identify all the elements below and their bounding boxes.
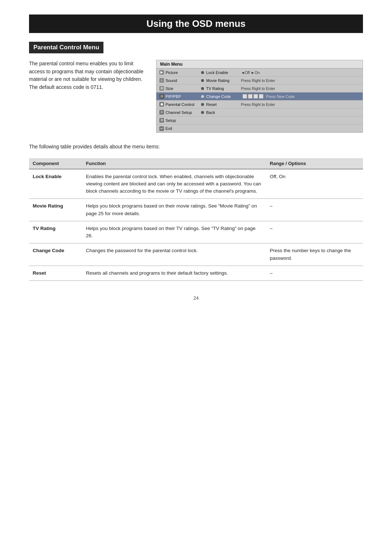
table-row: Lock Enable Enables the parental control… [29, 169, 363, 199]
osd-right-parental: Press Right to Enter [241, 102, 360, 107]
table-row: Change Code Changes the password for the… [29, 243, 363, 266]
component-change-code: Change Code [29, 243, 82, 266]
osd-left-pip: ⊟ PIP/PBP [159, 94, 201, 99]
osd-mid-pip: Change Code [201, 94, 241, 99]
osd-menu-rows: ▶ Picture Lock Enable ◄Off ►On ♪ Sound M… [156, 69, 363, 132]
col-header-function: Function [82, 158, 266, 169]
range-tv-rating: – [266, 221, 363, 243]
osd-row-channel: ≡ Channel Setup Back [156, 108, 363, 116]
picture-icon: ▶ [159, 70, 164, 75]
parental-option: Reset [206, 102, 217, 107]
range-reset: – [266, 266, 363, 280]
col-header-component: Component [29, 158, 82, 169]
component-tv-rating: TV Rating [29, 221, 82, 243]
code-box-4 [259, 94, 264, 99]
component-movie-rating: Movie Rating [29, 199, 82, 221]
parental-icon: ◼ [159, 102, 164, 107]
osd-row-exit: ↩ Exit [156, 124, 363, 132]
function-movie-rating: Helps you block programs based on their … [82, 199, 266, 221]
range-lock-enable: Off, On [266, 169, 363, 199]
table-row: Movie Rating Helps you block programs ba… [29, 199, 363, 221]
osd-left-exit: ↩ Exit [159, 126, 201, 131]
size-label: Size [166, 86, 173, 91]
osd-mid-picture: Lock Enable [201, 70, 241, 75]
parental-label: Parental Control [166, 102, 195, 107]
osd-left-channel: ≡ Channel Setup [159, 110, 201, 115]
col-header-range: Range / Options [266, 158, 363, 169]
pip-option: Change Code [206, 94, 231, 99]
sound-label: Sound [166, 78, 177, 83]
bullet-icon [201, 111, 204, 114]
osd-row-sound: ♪ Sound Movie Rating Press Right to Ente… [156, 77, 363, 85]
code-box-3 [253, 94, 258, 99]
following-text: The following table provides details abo… [29, 143, 363, 151]
size-icon: ⊞ [159, 86, 164, 91]
range-change-code: Press the number keys to change the pass… [266, 243, 363, 266]
code-box-2 [248, 94, 253, 99]
exit-label: Exit [166, 126, 172, 131]
code-box-1 [242, 94, 247, 99]
osd-right-size: Press Right to Enter [241, 86, 360, 91]
channel-option: Back [206, 110, 215, 115]
osd-right-picture: ◄Off ►On [241, 70, 360, 75]
picture-option: Lock Enable [206, 70, 228, 75]
osd-mid-parental: Reset [201, 102, 241, 107]
osd-left-parental: ◼ Parental Control [159, 102, 201, 107]
osd-row-picture: ▶ Picture Lock Enable ◄Off ►On [156, 69, 363, 77]
pip-icon: ⊟ [159, 94, 164, 99]
bullet-icon [201, 79, 204, 82]
picture-label: Picture [166, 70, 178, 75]
component-reset: Reset [29, 266, 82, 280]
osd-mid-size: TV Rating [201, 86, 241, 91]
osd-row-pip: ⊟ PIP/PBP Change Code Press New Code [156, 93, 363, 100]
table-row: Reset Resets all channels and programs t… [29, 266, 363, 280]
page-number: 24 [29, 295, 363, 301]
pip-label: PIP/PBP [166, 94, 181, 99]
osd-row-setup: ⚙ Setup [156, 116, 363, 124]
size-option: TV Rating [206, 86, 224, 91]
osd-row-size: ⊞ Size TV Rating Press Right to Enter [156, 85, 363, 93]
osd-left-setup: ⚙ Setup [159, 118, 201, 123]
bullet-icon [201, 95, 204, 98]
new-code-label: Press New Code [266, 94, 295, 99]
function-change-code: Changes the password for the parental co… [82, 243, 266, 266]
osd-row-parental: ◼ Parental Control Reset Press Right to … [156, 100, 363, 108]
osd-mid-sound: Movie Rating [201, 78, 241, 83]
code-boxes [242, 94, 264, 99]
osd-left-picture: ▶ Picture [159, 70, 201, 75]
section-heading: Parental Control Menu [29, 42, 103, 53]
exit-icon: ↩ [159, 126, 164, 131]
table-header-row: Component Function Range / Options [29, 158, 363, 169]
range-movie-rating: – [266, 199, 363, 221]
setup-label: Setup [166, 118, 176, 123]
function-reset: Resets all channels and programs to thei… [82, 266, 266, 280]
osd-right-sound: Press Right to Enter [241, 78, 360, 83]
intro-area: The parental control menu enables you to… [29, 60, 363, 133]
intro-text: The parental control menu enables you to… [29, 60, 145, 133]
bullet-icon [201, 71, 204, 74]
page-title: Using the OSD menus [29, 15, 363, 33]
function-lock-enable: Enables the parental control lock. When … [82, 169, 266, 199]
bullet-icon [201, 103, 204, 106]
function-tv-rating: Helps you block programs based on their … [82, 221, 266, 243]
channel-icon: ≡ [159, 110, 164, 115]
osd-left-sound: ♪ Sound [159, 78, 201, 83]
osd-menu: Main Menu ▶ Picture Lock Enable ◄Off ►On… [156, 60, 363, 133]
osd-right-pip: Press New Code [241, 94, 360, 99]
bullet-icon [201, 87, 204, 90]
osd-mid-channel: Back [201, 110, 241, 115]
channel-label: Channel Setup [166, 110, 192, 115]
osd-left-size: ⊞ Size [159, 86, 201, 91]
sound-icon: ♪ [159, 78, 164, 83]
component-lock-enable: Lock Enable [29, 169, 82, 199]
setup-icon: ⚙ [159, 118, 164, 123]
main-table: Component Function Range / Options Lock … [29, 158, 363, 281]
osd-menu-title: Main Menu [156, 60, 363, 69]
sound-option: Movie Rating [206, 78, 229, 83]
table-row: TV Rating Helps you block programs based… [29, 221, 363, 243]
